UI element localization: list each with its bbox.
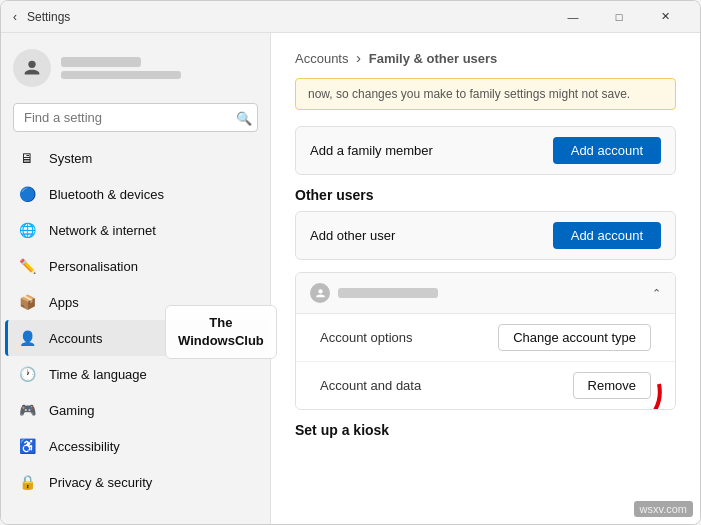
notice-text: now, so changes you make to family setti…: [308, 87, 630, 101]
window-title: Settings: [27, 10, 70, 24]
privacy-icon: 🔒: [17, 472, 37, 492]
breadcrumb: Accounts › Family & other users: [295, 49, 676, 66]
add-other-user-row: Add other user Add account: [295, 211, 676, 260]
avatar: [13, 49, 51, 87]
nav-accessibility[interactable]: ♿ Accessibility: [5, 428, 266, 464]
user-avatar-small: [310, 283, 330, 303]
chevron-up-icon: ⌃: [652, 287, 661, 300]
nav-network[interactable]: 🌐 Network & internet: [5, 212, 266, 248]
nav-gaming[interactable]: 🎮 Gaming: [5, 392, 266, 428]
svg-point-0: [28, 61, 35, 68]
change-account-type-button[interactable]: Change account type: [498, 324, 651, 351]
nav-personalisation[interactable]: ✏️ Personalisation: [5, 248, 266, 284]
nav-label-accounts: Accounts: [49, 331, 102, 346]
page-header: Accounts › Family & other users: [295, 49, 676, 66]
user-block: ⌃ Account options Change account type Ac…: [295, 272, 676, 410]
user-info-left: [310, 283, 438, 303]
nav-system[interactable]: 🖥 System: [5, 140, 266, 176]
account-data-row: Account and data Remove: [296, 362, 675, 409]
nav-label-accessibility: Accessibility: [49, 439, 120, 454]
profile-info: [61, 57, 181, 79]
nav-bluetooth[interactable]: 🔵 Bluetooth & devices: [5, 176, 266, 212]
family-member-label: Add a family member: [310, 143, 433, 158]
nav-label-personalisation: Personalisation: [49, 259, 138, 274]
accessibility-icon: ♿: [17, 436, 37, 456]
nav-label-apps: Apps: [49, 295, 79, 310]
back-button[interactable]: ‹: [13, 10, 17, 24]
user-name-blurred: [338, 288, 438, 298]
network-icon: 🌐: [17, 220, 37, 240]
account-options-label: Account options: [320, 330, 413, 345]
svg-point-1: [318, 289, 322, 293]
minimize-button[interactable]: —: [550, 1, 596, 33]
nav-label-bluetooth: Bluetooth & devices: [49, 187, 164, 202]
main-content: Accounts › Family & other users now, so …: [271, 33, 700, 524]
nav-apps[interactable]: 📦 Apps: [5, 284, 266, 320]
window-controls: — □ ✕: [550, 1, 688, 33]
gaming-icon: 🎮: [17, 400, 37, 420]
close-button[interactable]: ✕: [642, 1, 688, 33]
notice-box: now, so changes you make to family setti…: [295, 78, 676, 110]
nav-privacy[interactable]: 🔒 Privacy & security: [5, 464, 266, 500]
account-options-row: Account options Change account type: [296, 314, 675, 362]
nav-label-time: Time & language: [49, 367, 147, 382]
add-other-user-label: Add other user: [310, 228, 395, 243]
accounts-icon: 👤: [17, 328, 37, 348]
kiosk-heading: Set up a kiosk: [295, 422, 676, 438]
search-box: 🔍: [13, 103, 258, 132]
nav-label-privacy: Privacy & security: [49, 475, 152, 490]
nav-label-network: Network & internet: [49, 223, 156, 238]
nav-time[interactable]: 🕐 Time & language: [5, 356, 266, 392]
add-family-button[interactable]: Add account: [553, 137, 661, 164]
family-member-row: Add a family member Add account: [295, 126, 676, 175]
account-data-label: Account and data: [320, 378, 421, 393]
add-other-user-button[interactable]: Add account: [553, 222, 661, 249]
user-block-options: Account options Change account type Acco…: [296, 313, 675, 409]
search-icon: 🔍: [236, 110, 252, 125]
profile-name: [61, 57, 141, 67]
user-block-header[interactable]: ⌃: [296, 273, 675, 313]
remove-button[interactable]: Remove: [573, 372, 651, 399]
search-input[interactable]: [13, 103, 258, 132]
nav-accounts[interactable]: 👤 Accounts: [5, 320, 266, 356]
titlebar: ‹ Settings — □ ✕: [1, 1, 700, 33]
bluetooth-icon: 🔵: [17, 184, 37, 204]
nav-label-gaming: Gaming: [49, 403, 95, 418]
personalisation-icon: ✏️: [17, 256, 37, 276]
apps-icon: 📦: [17, 292, 37, 312]
sidebar: 🔍 🖥 System 🔵 Bluetooth & devices 🌐 Netwo…: [1, 33, 271, 524]
maximize-button[interactable]: □: [596, 1, 642, 33]
time-icon: 🕐: [17, 364, 37, 384]
nav-label-system: System: [49, 151, 92, 166]
profile-email: [61, 71, 181, 79]
profile-section: [1, 33, 270, 99]
system-icon: 🖥: [17, 148, 37, 168]
other-users-heading: Other users: [295, 187, 676, 203]
